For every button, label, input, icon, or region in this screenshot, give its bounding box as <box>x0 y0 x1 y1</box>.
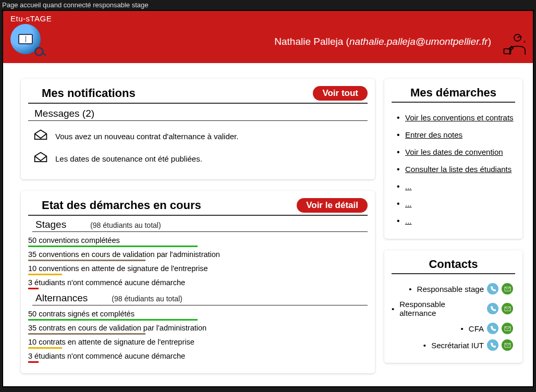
app-header: Etu-sTAGE Nathalie Palleja (nathalie.pal… <box>3 11 533 63</box>
demarche-link[interactable]: Entrer des notes <box>405 130 462 139</box>
demarche-link[interactable]: Voir les dates de convention <box>405 148 503 156</box>
status-line: 35 conventions en cours de validation pa… <box>28 248 368 261</box>
right-column: Mes démarches Voir les conventions et co… <box>384 79 522 376</box>
demarche-item: Entrer des notes <box>397 126 515 143</box>
status-card: Etat des démarches en cours Voir le déta… <box>21 191 375 373</box>
status-bar <box>28 361 39 363</box>
status-text: 35 conventions en cours de validation pa… <box>28 248 368 260</box>
phone-icon[interactable] <box>487 339 498 351</box>
status-text: 3 étudiants n'ont commencé aucune démarc… <box>28 350 368 361</box>
magnifier-icon <box>34 47 44 56</box>
contacts-card: Contacts •Responsable stage•Responsable … <box>384 250 522 363</box>
contact-item: •CFA <box>392 320 515 337</box>
mail-icon[interactable] <box>502 339 513 351</box>
subsection-count: (98 étudiants au total) <box>90 221 161 229</box>
demarches-title: Mes démarches <box>392 86 515 100</box>
app-logo[interactable] <box>10 24 41 54</box>
status-bar <box>28 333 145 335</box>
svg-text:v: v <box>523 39 526 44</box>
page-caption: Page accueil quand connecté responsable … <box>0 0 536 10</box>
status-line: 10 contrats en attente de signature de l… <box>28 336 368 349</box>
see-all-button[interactable]: Voir tout <box>313 86 368 101</box>
contact-label: Responsable alternance <box>399 300 484 317</box>
app-frame: Etu-sTAGE Nathalie Palleja (nathalie.pal… <box>2 10 534 387</box>
subsection-count: (98 étudiants au total) <box>112 295 182 303</box>
status-line: 3 étudiants n'ont commencé aucune démarc… <box>28 276 368 289</box>
demarche-item: ... <box>397 178 515 195</box>
demarche-item: ... <box>397 195 515 212</box>
contact-item: •Responsable alternance <box>392 297 515 320</box>
notifications-header: Mes notifications Voir tout <box>28 86 368 104</box>
demarche-item: ... <box>397 212 515 229</box>
phone-icon[interactable] <box>487 323 498 334</box>
contact-item: •Secrétariat IUT <box>392 337 515 353</box>
status-text: 10 conventions en attente de signature d… <box>28 262 368 274</box>
book-icon <box>18 34 33 44</box>
contacts-title: Contacts <box>392 258 515 271</box>
contact-item: •Responsable stage <box>392 280 515 297</box>
status-bar <box>28 319 198 321</box>
status-bar <box>28 288 39 289</box>
message-text: Vous avez un nouveau contrat d'alternanc… <box>55 132 238 141</box>
demarche-link[interactable]: ... <box>405 199 412 208</box>
contact-label: Secrétariat IUT <box>431 341 484 350</box>
profile-edit-icon[interactable]: v <box>501 32 528 59</box>
status-text: 50 contrats signés et complétés <box>28 308 368 319</box>
subsection-name: Alternances <box>35 292 88 304</box>
status-header: Etat des démarches en cours Voir le déta… <box>28 198 368 216</box>
status-line: 50 contrats signés et complétés <box>28 308 368 321</box>
contact-label: CFA <box>469 324 484 333</box>
demarches-card: Mes démarches Voir les conventions et co… <box>384 79 522 239</box>
mail-icon <box>33 151 48 167</box>
demarches-header: Mes démarches <box>392 86 515 103</box>
status-text: 35 contrats en cours de validation par l… <box>28 322 368 333</box>
status-line: 50 conventions complétées <box>28 234 368 247</box>
message-row[interactable]: Les dates de soutenance ont été publiées… <box>28 148 368 170</box>
status-text: 50 conventions complétées <box>28 234 368 246</box>
demarche-item: Voir les conventions et contrats <box>397 109 515 126</box>
contacts-header: Contacts <box>392 258 515 274</box>
status-title: Etat des démarches en cours <box>28 199 201 212</box>
status-line: 35 contrats en cours de validation par l… <box>28 322 368 335</box>
message-row[interactable]: Vous avez un nouveau contrat d'alternanc… <box>28 125 368 148</box>
status-text: 3 étudiants n'ont commencé aucune démarc… <box>28 276 368 288</box>
messages-subheading: Messages (2) <box>28 107 368 121</box>
demarche-link[interactable]: Consulter la liste des étudiants <box>405 165 511 174</box>
message-text: Les dates de soutenance ont été publiées… <box>55 154 202 163</box>
contact-label: Responsable stage <box>417 285 484 293</box>
user-name: Nathalie Palleja <box>274 36 343 47</box>
status-bar <box>28 274 62 275</box>
left-column: Mes notifications Voir tout Messages (2)… <box>21 79 375 376</box>
notifications-title: Mes notifications <box>28 87 136 100</box>
demarche-link[interactable]: ... <box>405 182 412 191</box>
demarche-link[interactable]: ... <box>405 216 412 225</box>
subsection-name: Stages <box>35 219 66 230</box>
user-identity: Nathalie Palleja (nathalie.palleja@umont… <box>274 36 491 47</box>
status-bar <box>28 347 62 349</box>
contacts-list: •Responsable stage•Responsable alternanc… <box>392 277 515 353</box>
mail-icon[interactable] <box>502 283 513 295</box>
status-text: 10 contrats en attente de signature de l… <box>28 336 368 347</box>
user-email: nathalie.palleja@umontpellier.fr <box>349 36 488 47</box>
phone-icon[interactable] <box>487 303 498 314</box>
status-bar <box>28 260 145 261</box>
demarches-list: Voir les conventions et contratsEntrer d… <box>392 106 515 229</box>
mail-icon[interactable] <box>502 303 513 314</box>
status-line: 10 conventions en attente de signature d… <box>28 262 368 275</box>
demarche-link[interactable]: Voir les conventions et contrats <box>405 113 514 122</box>
phone-icon[interactable] <box>487 283 498 295</box>
see-detail-button[interactable]: Voir le détail <box>297 198 368 213</box>
status-subsection-header: Stages(98 étudiants au total) <box>32 219 368 232</box>
app-name: Etu-sTAGE <box>10 14 526 23</box>
mail-icon[interactable] <box>502 323 513 334</box>
status-line: 3 étudiants n'ont commencé aucune démarc… <box>28 350 368 363</box>
status-bar <box>28 246 198 247</box>
notifications-card: Mes notifications Voir tout Messages (2)… <box>21 79 375 179</box>
status-subsection-header: Alternances(98 étudiants au total) <box>32 292 368 305</box>
demarche-item: Consulter la liste des étudiants <box>397 161 515 178</box>
mail-icon <box>33 128 48 144</box>
main-content: Mes notifications Voir tout Messages (2)… <box>3 63 533 386</box>
demarche-item: Voir les dates de convention <box>397 143 515 161</box>
